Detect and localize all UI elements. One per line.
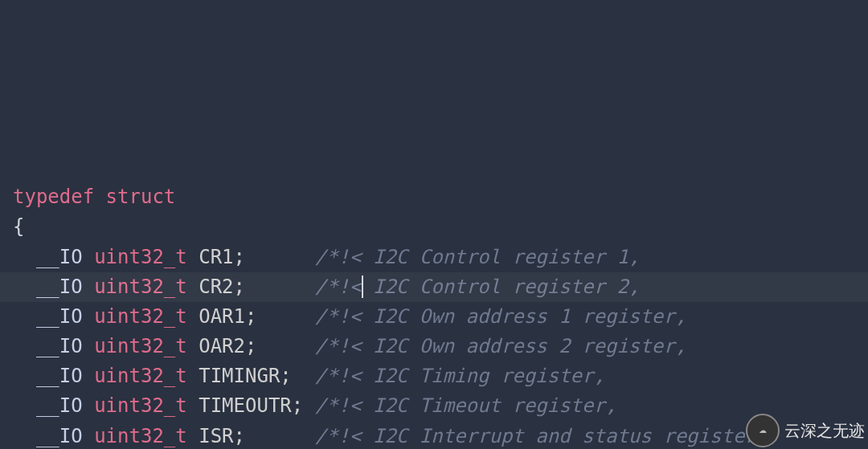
code-editor[interactable]: typedef struct{ __IO uint32_t CR1; /*!< … [0,0,868,449]
comment: /*!< I2C Control register 1, [315,246,641,268]
member-name: TIMEOUTR [199,394,292,417]
semicolon: ; [234,276,245,298]
code-line: typedef struct [13,182,855,212]
code-line: __IO uint32_t CR2; /*!< I2C Control regi… [13,272,855,302]
member-name: OAR2 [199,335,245,357]
comment: /*!< I2C Interrupt and status register, [315,425,768,447]
semicolon: ; [245,335,256,357]
type-uint32: uint32_t [94,276,187,298]
code-line: __IO uint32_t OAR2; /*!< I2C Own address… [13,332,855,361]
comment: /*!< I2C Control register 2, [315,276,641,298]
keyword-typedef: typedef [13,186,94,208]
qualifier-io: __IO [36,365,83,387]
member-name: ISR [199,425,233,447]
code-line: __IO uint32_t TIMEOUTR; /*!< I2C Timeout… [13,391,855,421]
member-name: CR2 [199,276,233,298]
qualifier-io: __IO [36,335,83,357]
type-uint32: uint32_t [94,394,187,417]
type-uint32: uint32_t [94,305,187,328]
code-line: __IO uint32_t TIMINGR; /*!< I2C Timing r… [13,361,855,391]
semicolon: ; [292,394,303,417]
type-uint32: uint32_t [94,365,187,387]
comment: /*!< I2C Own address 2 register, [315,335,686,357]
code-line: __IO uint32_t ISR; /*!< I2C Interrupt an… [13,422,855,449]
comment: /*!< I2C Own address 1 register, [315,305,686,328]
semicolon: ; [234,425,245,447]
type-uint32: uint32_t [94,425,187,447]
member-name: OAR1 [199,305,245,328]
code-line: __IO uint32_t CR1; /*!< I2C Control regi… [13,243,855,272]
comment: /*!< I2C Timing register, [315,365,605,387]
keyword-struct: struct [106,186,176,208]
code-line: { [13,212,855,242]
qualifier-io: __IO [36,276,83,298]
qualifier-io: __IO [36,425,83,447]
brace-open: { [13,215,24,238]
semicolon: ; [280,365,291,387]
qualifier-io: __IO [36,305,83,328]
qualifier-io: __IO [36,246,83,268]
comment: /*!< I2C Timeout register, [315,394,617,417]
semicolon: ; [234,246,245,268]
code-line: __IO uint32_t OAR1; /*!< I2C Own address… [13,302,855,332]
type-uint32: uint32_t [94,335,187,357]
member-name: TIMINGR [199,365,280,387]
semicolon: ; [245,305,256,328]
member-name: CR1 [199,246,233,268]
qualifier-io: __IO [36,394,83,417]
type-uint32: uint32_t [94,246,187,268]
